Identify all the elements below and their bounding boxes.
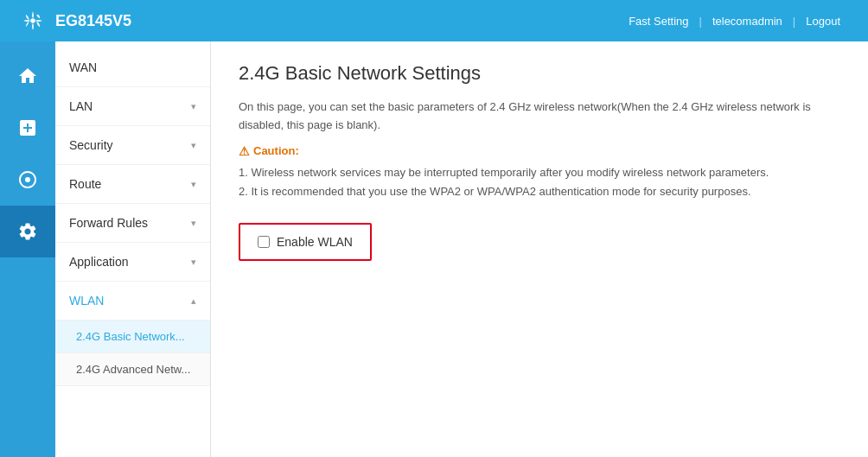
- enable-wlan-label[interactable]: Enable WLAN: [277, 235, 353, 249]
- nav-sub-item-2g-basic[interactable]: 2.4G Basic Network...: [55, 321, 210, 353]
- caution-block: ⚠ Caution: 1. Wireless network services …: [239, 142, 840, 202]
- enable-wlan-checkbox[interactable]: [258, 236, 270, 248]
- sidebar-icon-home[interactable]: [0, 50, 55, 102]
- header-nav: Fast Setting | telecomadmin | Logout: [618, 15, 851, 28]
- warning-icon: ⚠: [239, 142, 250, 162]
- nav-item-application-label: Application: [69, 255, 129, 269]
- enable-wlan-box: Enable WLAN: [239, 223, 372, 261]
- nav-sub-item-2g-advanced[interactable]: 2.4G Advanced Netw...: [55, 353, 210, 386]
- caution-item-2: 2. It is recommended that you use the WP…: [239, 182, 840, 201]
- username-label: telecomadmin: [702, 15, 793, 28]
- main-content: 2.4G Basic Network Settings On this page…: [211, 41, 868, 457]
- nav-item-wlan[interactable]: WLAN ▴: [55, 282, 210, 321]
- caution-item-1: 1. Wireless network services may be inte…: [239, 163, 840, 182]
- chevron-down-icon: ▾: [191, 218, 196, 229]
- sidebar-icon-settings[interactable]: [0, 206, 55, 257]
- nav-item-lan-label: LAN: [69, 99, 93, 113]
- nav-sidebar: WAN LAN ▾ Security ▾ Route ▾ Forward Rul…: [55, 41, 211, 457]
- chevron-down-icon: ▾: [191, 140, 196, 151]
- nav-item-wan-label: WAN: [69, 60, 97, 74]
- logout-link[interactable]: Logout: [795, 15, 851, 28]
- nav-item-forward-rules[interactable]: Forward Rules ▾: [55, 204, 210, 243]
- nav-item-wlan-label: WLAN: [69, 294, 104, 308]
- nav-item-forward-rules-label: Forward Rules: [69, 216, 148, 230]
- page-description: On this page, you can set the basic para…: [239, 98, 840, 135]
- caution-title: ⚠ Caution:: [239, 142, 840, 162]
- icon-sidebar: [0, 41, 55, 457]
- nav-item-security[interactable]: Security ▾: [55, 126, 210, 165]
- chevron-down-icon: ▾: [191, 101, 196, 112]
- nav-item-application[interactable]: Application ▾: [55, 243, 210, 282]
- chevron-down-icon: ▾: [191, 257, 196, 268]
- nav-item-route[interactable]: Route ▾: [55, 165, 210, 204]
- fast-setting-link[interactable]: Fast Setting: [618, 15, 699, 28]
- nav-item-security-label: Security: [69, 138, 113, 152]
- chevron-down-icon: ▾: [191, 179, 196, 190]
- sidebar-icon-monitor[interactable]: [0, 154, 55, 206]
- chevron-up-icon: ▴: [191, 295, 196, 307]
- nav-item-lan[interactable]: LAN ▾: [55, 87, 210, 126]
- nav-item-route-label: Route: [69, 177, 101, 191]
- sidebar-icon-plus[interactable]: [0, 102, 55, 154]
- svg-point-1: [25, 177, 30, 182]
- header: EG8145V5 Fast Setting | telecomadmin | L…: [0, 0, 868, 41]
- nav-sub-item-2g-advanced-label: 2.4G Advanced Netw...: [76, 363, 190, 376]
- header-logo: EG8145V5: [17, 9, 131, 33]
- main-layout: WAN LAN ▾ Security ▾ Route ▾ Forward Rul…: [0, 41, 868, 457]
- page-title: 2.4G Basic Network Settings: [239, 62, 840, 85]
- huawei-logo-icon: [17, 9, 48, 33]
- nav-item-wan[interactable]: WAN: [55, 48, 210, 87]
- svg-point-0: [30, 18, 35, 22]
- nav-sub-item-2g-basic-label: 2.4G Basic Network...: [76, 330, 185, 343]
- logo-text: EG8145V5: [55, 12, 131, 30]
